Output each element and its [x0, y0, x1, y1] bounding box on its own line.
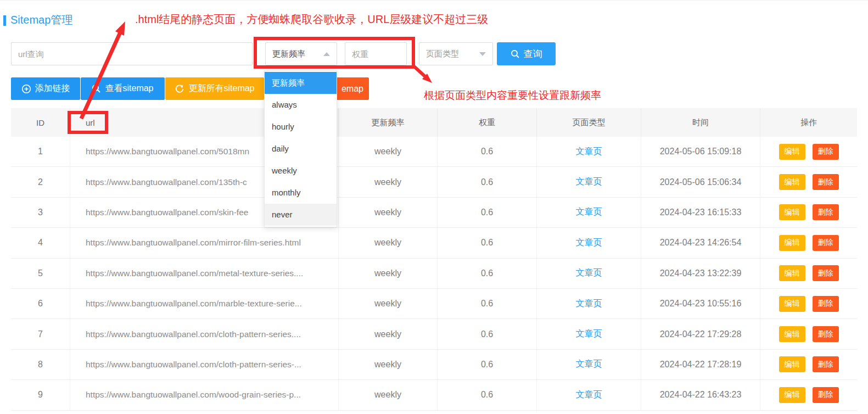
update-all-sitemap-button[interactable]: 更新所有sitemap [165, 77, 264, 100]
table-row: 7 https://www.bangtuowallpanel.com/cloth… [11, 319, 857, 349]
edit-button[interactable]: 编辑 [779, 356, 805, 372]
cell-time: 2024-04-22 17:29:28 [641, 319, 760, 349]
cell-page-type: 文章页 [537, 259, 641, 288]
table-column-header-6: 时间 [641, 108, 760, 137]
edit-button[interactable]: 编辑 [779, 387, 805, 403]
cell-time: 2024-04-23 10:55:16 [641, 289, 760, 318]
page-type-link[interactable]: 文章页 [576, 359, 602, 370]
cell-actions: 编辑 删除 [760, 137, 857, 166]
annotation-arrow-up-head [115, 21, 125, 36]
cell-page-type: 文章页 [537, 380, 641, 410]
delete-button[interactable]: 删除 [813, 204, 839, 220]
cell-actions: 编辑 删除 [760, 167, 857, 197]
dropdown-option-always[interactable]: always [265, 94, 337, 116]
dropdown-option-monthly[interactable]: monthly [265, 182, 337, 204]
cell-weight: 0.6 [438, 198, 537, 227]
annotation-note-right: 根据页面类型内容重要性设置跟新频率 [424, 88, 601, 103]
page-type-link[interactable]: 文章页 [576, 146, 602, 158]
cell-time: 2024-04-22 17:28:19 [641, 350, 760, 379]
cell-actions: 编辑 删除 [760, 289, 857, 318]
dropdown-option-更新频率[interactable]: 更新频率 [265, 72, 337, 94]
cell-id: 1 [11, 137, 70, 166]
title-accent-bar [3, 15, 6, 26]
cell-url: https://www.bangtuowallpanel.com/metal-t… [70, 259, 339, 288]
edit-button[interactable]: 编辑 [779, 296, 805, 312]
table-column-header-5: 页面类型 [537, 108, 641, 137]
cell-actions: 编辑 删除 [760, 228, 857, 258]
cell-time: 2024-05-06 15:09:18 [641, 137, 760, 166]
cell-actions: 编辑 删除 [760, 319, 857, 349]
table-column-header-7: 操作 [760, 108, 857, 137]
page-type-select-value: 页面类型 [426, 49, 459, 59]
add-link-label: 添加链接 [35, 83, 70, 94]
add-link-button[interactable]: 添加链接 [11, 77, 80, 100]
view-sitemap-button[interactable]: 查看sitemap [81, 77, 165, 100]
table-row: 4 https://www.bangtuowallpanel.com/mirro… [11, 228, 857, 258]
page-title: Sitemap管理 [10, 13, 72, 27]
frequency-dropdown-menu: 更新频率alwayshourlydailyweeklymonthlynever [264, 70, 337, 227]
delete-button[interactable]: 删除 [813, 326, 839, 342]
cell-url: https://www.bangtuowallpanel.com/mirror-… [70, 228, 339, 258]
search-icon [92, 84, 101, 93]
table-row: 3 https://www.bangtuowallpanel.com/skin-… [11, 198, 857, 228]
delete-button[interactable]: 删除 [813, 174, 839, 190]
annotation-note-top: .html结尾的静态页面，方便蜘蛛爬取谷歌收录，URL层级建议不超过三级 [135, 12, 488, 27]
edit-button[interactable]: 编辑 [779, 326, 805, 342]
update-sitemap-partial-label: emap [341, 84, 363, 94]
cell-time: 2024-05-06 15:06:34 [641, 167, 760, 197]
cell-id: 5 [11, 259, 70, 288]
table-header-row: IDurl更新频率权重页面类型时间操作 [11, 108, 857, 137]
page-type-link[interactable]: 文章页 [576, 206, 602, 218]
delete-button[interactable]: 删除 [813, 296, 839, 312]
cell-actions: 编辑 删除 [760, 259, 857, 288]
cell-weight: 0.6 [438, 228, 537, 258]
sitemap-admin-page: Sitemap管理 更新频率 页面类型 查询 添加链接 查看sitemap [0, 0, 868, 414]
search-button[interactable]: 查询 [497, 42, 556, 65]
cell-actions: 编辑 删除 [760, 380, 857, 410]
cell-weight: 0.6 [438, 319, 537, 349]
edit-button[interactable]: 编辑 [779, 265, 805, 281]
cell-id: 2 [11, 167, 70, 197]
table-row: 5 https://www.bangtuowallpanel.com/metal… [11, 259, 857, 289]
edit-button[interactable]: 编辑 [779, 174, 805, 190]
delete-button[interactable]: 删除 [813, 235, 839, 251]
cell-page-type: 文章页 [537, 167, 641, 197]
delete-button[interactable]: 删除 [813, 265, 839, 281]
table-body: 1 https://www.bangtuowallpanel.com/5018m… [11, 137, 857, 411]
dropdown-option-never[interactable]: never [265, 204, 337, 226]
cell-frequency: weekly [339, 259, 438, 288]
page-type-link[interactable]: 文章页 [576, 176, 602, 188]
table-row: 6 https://www.bangtuowallpanel.com/marbl… [11, 289, 857, 319]
cell-url: https://www.bangtuowallpanel.com/cloth-p… [70, 350, 339, 379]
page-type-link[interactable]: 文章页 [576, 267, 602, 279]
table-row: 9 https://www.bangtuowallpanel.com/wood-… [11, 380, 857, 410]
dropdown-option-hourly[interactable]: hourly [265, 116, 337, 138]
cell-page-type: 文章页 [537, 289, 641, 318]
cell-page-type: 文章页 [537, 319, 641, 349]
table-column-header-3: 更新频率 [339, 108, 438, 137]
cell-actions: 编辑 删除 [760, 350, 857, 379]
page-type-link[interactable]: 文章页 [576, 298, 602, 310]
delete-button[interactable]: 删除 [813, 387, 839, 403]
delete-button[interactable]: 删除 [813, 144, 839, 160]
cell-frequency: weekly [339, 289, 438, 318]
update-all-sitemap-label: 更新所有sitemap [188, 83, 254, 94]
delete-button[interactable]: 删除 [813, 356, 839, 372]
dropdown-option-daily[interactable]: daily [265, 138, 337, 160]
cell-url: https://www.bangtuowallpanel.com/cloth-p… [70, 319, 339, 349]
page-type-link[interactable]: 文章页 [576, 237, 602, 249]
page-type-link[interactable]: 文章页 [576, 328, 602, 340]
cell-frequency: weekly [339, 198, 438, 227]
url-search-input[interactable] [11, 42, 253, 65]
cell-frequency: weekly [339, 350, 438, 379]
edit-button[interactable]: 编辑 [779, 144, 805, 160]
cell-actions: 编辑 删除 [760, 198, 857, 227]
cell-page-type: 文章页 [537, 228, 641, 258]
cell-id: 4 [11, 228, 70, 258]
dropdown-option-weekly[interactable]: weekly [265, 160, 337, 182]
page-type-link[interactable]: 文章页 [576, 389, 602, 401]
page-type-select[interactable]: 页面类型 [419, 42, 493, 65]
edit-button[interactable]: 编辑 [779, 235, 805, 251]
edit-button[interactable]: 编辑 [779, 204, 805, 220]
cell-time: 2024-04-22 16:43:23 [641, 380, 760, 410]
